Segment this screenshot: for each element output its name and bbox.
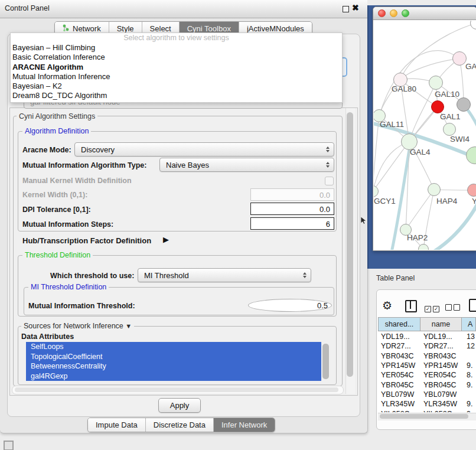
bottom-tab-impute-data[interactable]: Impute Data [88, 418, 146, 432]
tab-style-label: Style [117, 24, 134, 33]
minimize-traffic-light-icon[interactable] [390, 9, 397, 17]
new-table-icon[interactable] [469, 299, 476, 312]
sources-label[interactable]: Sources for Network Inference ▼ [21, 322, 134, 330]
node-label-gal80: GAL80 [392, 84, 416, 93]
close-traffic-light-icon[interactable] [378, 9, 386, 17]
select-all-checkboxes-icon[interactable]: ✓✓ [425, 302, 441, 313]
column-layout-icon[interactable] [405, 300, 417, 312]
table-row[interactable]: YDL19...YDL19...13 [378, 332, 476, 341]
column-header-third[interactable]: A [461, 317, 476, 331]
table-cell: YBL079W [420, 390, 462, 399]
bottom-tabs: Impute DataDiscretize DataInfer Network [87, 418, 275, 432]
settings-horizontal-scrollbar[interactable] [12, 386, 344, 394]
network-node[interactable] [428, 183, 441, 196]
attributes-scrollbar-thumb[interactable] [322, 344, 329, 379]
node-label-gal10: GAL10 [435, 90, 459, 99]
algorithm-option-bayesian-hill-climbing[interactable]: Bayesian – Hill Climbing [11, 43, 342, 53]
deselect-all-checkboxes-icon[interactable] [445, 302, 462, 313]
threshold-definition-label: Threshold Definition [22, 251, 93, 259]
algorithm-option-dream8-dc-tdc-algorithm[interactable]: Dream8 DC_TDC Algorithm [11, 91, 342, 100]
mouse-cursor [361, 216, 366, 227]
table-cell: YER054C [420, 371, 462, 379]
settings-scrollbar-thumb[interactable] [347, 112, 353, 377]
apply-button[interactable]: Apply [158, 398, 201, 413]
mi-algorithm-type-combo[interactable]: Naive Bayes [159, 158, 334, 172]
table-row[interactable]: YLR345WYLR345W9. [378, 399, 476, 409]
algorithm-option-aracne-algorithm[interactable]: ARACNE Algorithm [11, 63, 342, 72]
mi-threshold-field[interactable]: 0.5 [248, 299, 332, 312]
stepper-arrows-icon [326, 162, 330, 168]
network-node[interactable] [452, 51, 467, 66]
gear-icon[interactable]: ⚙ [382, 299, 392, 312]
kernel-width-field[interactable]: 0.0 [250, 188, 334, 201]
mi-steps-label: Mutual Information Steps: [22, 220, 113, 229]
control-panel-title: Control Panel [5, 4, 50, 12]
aracne-mode-value: Discovery [81, 145, 115, 154]
control-panel-titlebar[interactable]: Control Panel ✖ [0, 0, 367, 18]
algorithm-select-popup: Select algorithm to view settings Bayesi… [10, 32, 343, 103]
table-row[interactable]: YPR145WYPR145W9. [378, 361, 476, 370]
tab-cyni-toolbox-label: Cyni Toolbox [187, 24, 231, 33]
algorithm-definition-label: Algorithm Definition [22, 127, 91, 135]
table-cell: YDR27... [378, 342, 420, 350]
table-row[interactable]: YIL052CYIL052C9 [378, 409, 476, 412]
mi-steps-field[interactable]: 6 [250, 217, 334, 230]
attribute-item-betweennesscentrality[interactable]: BetweennessCentrality [26, 361, 321, 371]
hub-expand-arrow-icon[interactable]: ▶ [163, 235, 169, 244]
node-label-y: Y [472, 197, 476, 206]
data-attributes-list[interactable]: SelfLoopsTopologicalCoefficientBetweenne… [26, 342, 321, 383]
collapse-arrow-icon[interactable]: ▼ [125, 322, 132, 330]
table-row[interactable]: YBR045CYBR045C9. [378, 380, 476, 389]
close-icon[interactable]: ✖ [352, 3, 359, 12]
network-canvas[interactable]: GALGAL80GAL10GAL1GAL11SWI4GAL4GCY1HAP4YH… [374, 21, 476, 250]
attribute-item-gal4rgexp[interactable]: gal4RGexp [26, 371, 321, 381]
table-cell: YBR045C [378, 381, 420, 389]
table-cell: YDR27... [420, 342, 462, 350]
control-panel-window: Control Panel ✖ NetworkStyleSelectCyni T… [0, 0, 368, 433]
column-header-name[interactable]: name [420, 317, 462, 331]
algorithm-option-mutual-information-inference[interactable]: Mutual Information Inference [11, 72, 342, 81]
network-node[interactable] [443, 123, 456, 136]
sources-label-text: Sources for Network Inference [24, 322, 123, 330]
column-header-shared[interactable]: shared... [378, 317, 420, 331]
which-threshold-value: MI Threshold [144, 271, 189, 280]
attribute-item-topologicalcoefficient[interactable]: TopologicalCoefficient [26, 352, 321, 362]
network-node[interactable] [457, 97, 471, 112]
network-node[interactable] [431, 100, 444, 113]
table-cell: 9. [462, 400, 476, 408]
table-row[interactable]: YBR043CYBR043C [378, 351, 476, 361]
table-hscrollbar-thumb[interactable] [380, 414, 468, 419]
table-row[interactable]: YDR27...YDR27...12 [378, 341, 476, 351]
bottom-tab-discretize-data[interactable]: Discretize Data [146, 418, 214, 432]
node-label-swi4: SWI4 [450, 135, 470, 144]
hub-definition-label[interactable]: Hub/Transcription Factor Definition [22, 236, 151, 245]
bottom-tab-discretize-data-label: Discretize Data [154, 420, 206, 429]
algorithm-option-basic-correlation-inference[interactable]: Basic Correlation Inference [11, 53, 342, 62]
manual-kernel-width-checkbox[interactable] [325, 177, 334, 185]
tab-network-label: Network [73, 24, 101, 33]
node-label-gal: GAL [465, 62, 476, 71]
bottom-tab-infer-network[interactable]: Infer Network [214, 418, 275, 432]
float-window-icon[interactable] [343, 6, 349, 12]
node-label-gcy1: GCY1 [374, 197, 396, 206]
network-node[interactable] [429, 76, 443, 90]
dpi-tolerance-field[interactable]: 0.0 [250, 203, 334, 215]
which-threshold-label: Which threshold to use: [50, 272, 134, 280]
table-cell: YIL052C [420, 410, 462, 412]
data-attributes-label: Data Attributes [21, 332, 74, 341]
table-row[interactable]: YBL079WYBL079W [378, 390, 476, 399]
table-cell: 8. [462, 371, 476, 379]
network-window-titlebar[interactable] [373, 7, 476, 20]
network-node[interactable] [467, 184, 476, 197]
table-rows[interactable]: YDL19...YDL19...13YDR27...YDR27...12YBR0… [378, 332, 476, 412]
algorithm-popup-header: Select algorithm to view settings [11, 33, 342, 43]
which-threshold-combo[interactable]: MI Threshold [138, 268, 311, 282]
table-row[interactable]: YER054CYER054C8. [378, 370, 476, 380]
zoom-traffic-light-icon[interactable] [402, 9, 409, 17]
manual-kernel-width-label: Manual Kernel Width Definition [22, 177, 132, 185]
aracne-mode-combo[interactable]: Discovery [74, 142, 334, 156]
algorithm-option-bayesian-k2[interactable]: Bayesian – K2 [11, 81, 342, 91]
settings-hscrollbar-thumb[interactable] [15, 387, 338, 392]
minimized-panel-icon[interactable] [4, 441, 14, 450]
attribute-item-selfloops[interactable]: SelfLoops [26, 342, 321, 352]
